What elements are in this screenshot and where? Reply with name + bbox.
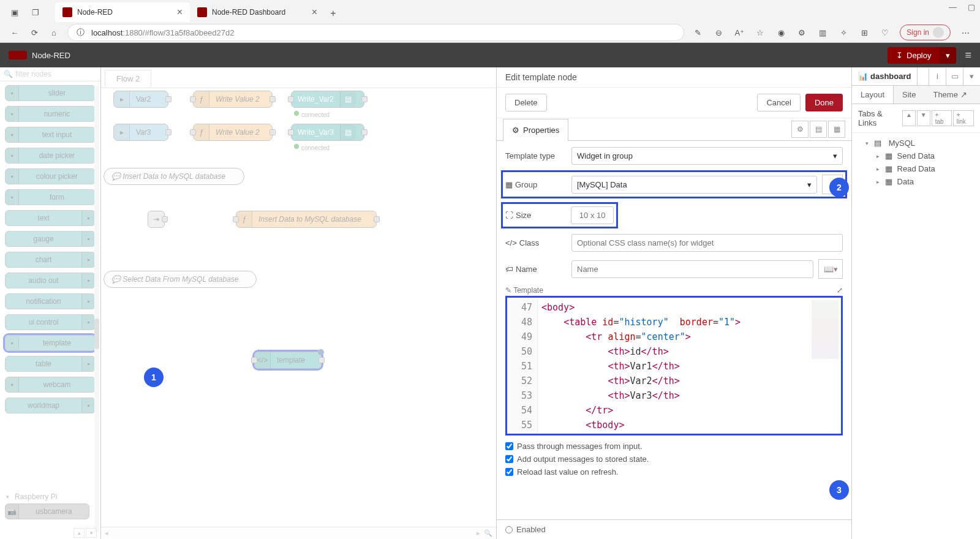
- name-type-button[interactable]: 📖▾: [818, 259, 843, 279]
- subtab-theme[interactable]: Theme ↗: [924, 86, 975, 104]
- menu-icon[interactable]: ≡: [965, 49, 971, 62]
- palette-node-text-input[interactable]: ▪text input: [5, 127, 96, 143]
- close-icon[interactable]: ×: [177, 7, 183, 18]
- browser-tab-1[interactable]: Node-RED ×: [55, 2, 190, 22]
- name-input[interactable]: [571, 260, 813, 278]
- appearance-icon[interactable]: ▦: [828, 121, 845, 138]
- cancel-button[interactable]: Cancel: [757, 94, 800, 111]
- address-bar[interactable]: ⓘ localhost:1880/#flow/31a5f8a0beed27d2: [67, 24, 684, 41]
- caret-icon[interactable]: ▾: [963, 68, 980, 85]
- app-icon[interactable]: ⊞: [858, 26, 870, 39]
- health-icon[interactable]: ♡: [879, 26, 891, 39]
- node-writevar2[interactable]: Write_Var2▤connected: [291, 91, 364, 108]
- zoom-icon[interactable]: ⊖: [712, 26, 725, 39]
- scroll-right-icon[interactable]: ▸: [477, 529, 480, 537]
- palette-node-worldmap[interactable]: worldmap▪: [5, 398, 96, 413]
- node-writevalue2a[interactable]: ƒWrite Value 2: [193, 91, 273, 108]
- maximize-icon[interactable]: ▢: [968, 2, 975, 12]
- refresh-icon[interactable]: ⟳: [28, 26, 40, 39]
- deploy-menu-caret[interactable]: ▾: [940, 47, 956, 64]
- extension-icon[interactable]: ◉: [775, 26, 787, 39]
- minimize-icon[interactable]: —: [949, 2, 957, 12]
- expand-icon[interactable]: ⤢: [837, 286, 843, 295]
- book-icon[interactable]: ▭: [946, 68, 963, 85]
- flow-tab[interactable]: Flow 2: [105, 70, 151, 87]
- node-insert-fn[interactable]: ƒInsert Data to MySQL database: [236, 211, 377, 228]
- window-tabs-icon[interactable]: ▣: [7, 5, 22, 20]
- palette-scrollbar[interactable]: [94, 86, 99, 533]
- palette-node-usbcamera[interactable]: 📷usbcamera: [5, 503, 89, 519]
- info-icon[interactable]: ⓘ: [74, 26, 86, 39]
- tree-item-data[interactable]: ▸▦ Data: [857, 175, 975, 188]
- subtab-layout[interactable]: Layout: [852, 86, 894, 104]
- home-icon[interactable]: ⌂: [48, 26, 60, 39]
- delete-button[interactable]: Delete: [505, 94, 547, 111]
- tree-item-read-data[interactable]: ▸▦ Read Data: [857, 162, 975, 175]
- close-icon[interactable]: ×: [312, 7, 317, 18]
- favorite-icon[interactable]: ☆: [754, 26, 766, 39]
- done-button[interactable]: Done: [805, 94, 843, 111]
- browser-tab-2[interactable]: Node-RED Dashboard ×: [190, 2, 325, 22]
- scroll-left-icon[interactable]: ◂: [105, 529, 108, 537]
- check-passthrough[interactable]: Pass through messages from input.: [505, 442, 843, 451]
- node-comment-select[interactable]: 💬 Select Data From MySQL database: [104, 271, 257, 288]
- node-template[interactable]: </>template: [254, 352, 322, 369]
- deploy-button[interactable]: ↧ Deploy: [888, 47, 940, 64]
- template-code-editor[interactable]: 474849505152535455 <body> <table id="his…: [505, 296, 843, 435]
- move-up-button[interactable]: ▲: [902, 110, 916, 126]
- palette-node-ui-control[interactable]: ui control▪: [5, 314, 96, 330]
- palette-collapse-down[interactable]: ▾: [86, 528, 97, 538]
- node-var3[interactable]: ▸Var3: [113, 124, 168, 141]
- window-copy-icon[interactable]: ❐: [28, 5, 43, 20]
- puzzle-icon[interactable]: ⚙: [796, 26, 808, 39]
- flow-canvas[interactable]: Flow 2 ▸Var2 ƒWrite Value 2 Write_Var2▤c…: [101, 67, 496, 539]
- template-type-select[interactable]: Widget in group▾: [571, 147, 843, 165]
- palette-filter[interactable]: 🔍 filter nodes: [0, 67, 100, 81]
- palette-node-audio-out[interactable]: audio out▪: [5, 273, 96, 288]
- description-icon[interactable]: ▤: [810, 121, 827, 138]
- back-icon[interactable]: ←: [9, 26, 21, 39]
- key-icon[interactable]: ✎: [692, 26, 704, 39]
- settings-icon[interactable]: ⚙: [791, 121, 809, 138]
- palette-node-slider[interactable]: ▪slider: [5, 85, 96, 101]
- group-select[interactable]: [MySQL] Data▾: [571, 176, 817, 194]
- tree-item-send-data[interactable]: ▸▦ Send Data: [857, 149, 975, 162]
- palette-node-date-picker[interactable]: ▪date picker: [5, 148, 96, 164]
- palette-node-webcam[interactable]: ▪webcam: [5, 377, 96, 393]
- palette-node-numeric[interactable]: ▪numeric: [5, 106, 96, 122]
- more-icon[interactable]: ⋯: [959, 26, 971, 39]
- palette-node-colour-picker[interactable]: ▪colour picker: [5, 168, 96, 184]
- add-link-button[interactable]: + link: [953, 110, 974, 126]
- move-down-button[interactable]: ▼: [917, 110, 930, 126]
- node-writevalue2b[interactable]: ƒWrite Value 2: [193, 124, 273, 141]
- palette-collapse-up[interactable]: ▴: [74, 528, 85, 538]
- search-icon[interactable]: 🔍: [484, 529, 492, 537]
- add-tab-button[interactable]: + tab: [932, 110, 952, 126]
- collections-icon[interactable]: ▥: [816, 26, 829, 39]
- palette-node-gauge[interactable]: gauge▪: [5, 231, 96, 247]
- node-writevar3[interactable]: Write_Var3▤connected: [291, 124, 364, 141]
- size-input[interactable]: 10 x 10: [571, 206, 614, 224]
- subtab-site[interactable]: Site: [894, 86, 924, 104]
- minimap[interactable]: [812, 300, 839, 359]
- sidebar-tab-dashboard[interactable]: 📊dashboard: [852, 67, 918, 85]
- tree-root[interactable]: ▾▤ MySQL: [857, 137, 975, 149]
- read-icon[interactable]: A⁺: [733, 26, 745, 39]
- check-reload[interactable]: Reload last value on refresh.: [505, 467, 843, 477]
- new-tab-button[interactable]: +: [325, 5, 342, 22]
- palette-node-table[interactable]: table▪: [5, 356, 96, 372]
- star-list-icon[interactable]: ✧: [837, 26, 850, 39]
- check-add-output[interactable]: Add output messages to stored state.: [505, 454, 843, 464]
- palette-node-text[interactable]: text▪: [5, 210, 96, 226]
- properties-tab[interactable]: ⚙Properties: [503, 119, 568, 141]
- palette-node-chart[interactable]: chart▪: [5, 252, 96, 268]
- node-var2[interactable]: ▸Var2: [113, 91, 168, 108]
- node-link-in[interactable]: ⇥: [148, 211, 165, 228]
- info-icon[interactable]: i: [929, 68, 946, 85]
- node-comment-insert[interactable]: 💬 Insert Data to MySQL database: [104, 168, 244, 185]
- signin-button[interactable]: Sign in: [900, 24, 951, 40]
- palette-node-template[interactable]: ▪template: [5, 335, 96, 351]
- palette-node-notification[interactable]: notification▪: [5, 293, 96, 309]
- enabled-toggle[interactable]: [505, 526, 513, 533]
- class-input[interactable]: [571, 234, 843, 252]
